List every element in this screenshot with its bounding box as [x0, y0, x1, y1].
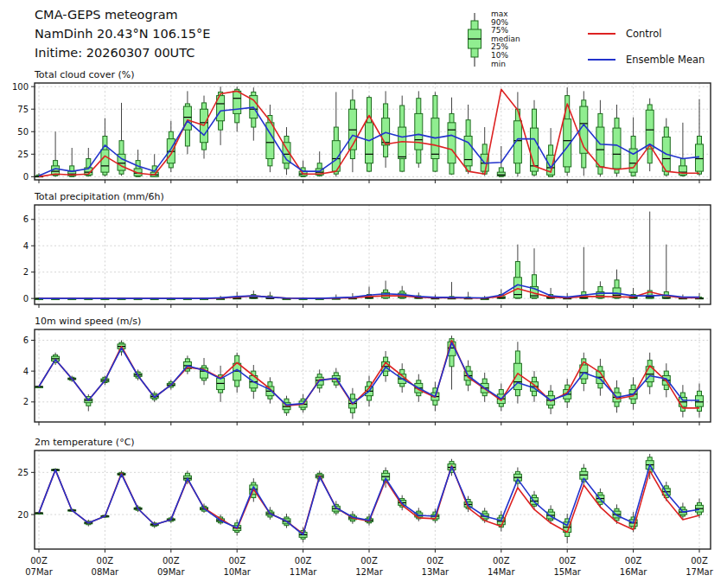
meteogram-figure: CMA-GEPS meteogram NamDinh 20.43°N 106.1… — [0, 0, 727, 588]
boxplots-total-precipitation — [35, 212, 704, 300]
panel-total-precipitation: 0246 — [23, 205, 711, 308]
svg-text:6: 6 — [23, 214, 29, 224]
svg-text:17Mar: 17Mar — [686, 567, 713, 577]
svg-text:50: 50 — [17, 127, 29, 137]
svg-text:07Mar: 07Mar — [25, 567, 53, 577]
time-axis-labels: 00Z07Mar00Z08Mar00Z09Mar00Z10Mar00Z11Mar… — [25, 556, 713, 577]
svg-text:00Z: 00Z — [360, 556, 378, 566]
svg-text:00Z: 00Z — [30, 556, 48, 566]
svg-text:20: 20 — [17, 510, 29, 520]
svg-text:00Z: 00Z — [97, 556, 114, 566]
svg-text:0: 0 — [23, 172, 29, 182]
svg-text:2: 2 — [23, 267, 29, 277]
svg-text:25: 25 — [17, 468, 29, 477]
svg-text:16Mar: 16Mar — [620, 567, 647, 577]
svg-text:00Z: 00Z — [228, 556, 246, 566]
svg-text:08Mar: 08Mar — [92, 567, 119, 577]
svg-text:2: 2 — [23, 397, 29, 406]
svg-text:13Mar: 13Mar — [422, 567, 450, 577]
svg-text:25: 25 — [17, 150, 29, 159]
svg-text:00Z: 00Z — [295, 556, 312, 566]
meteogram-canvas: 02550751000246246202500Z07Mar00Z08Mar00Z… — [0, 0, 727, 588]
svg-text:09Mar: 09Mar — [157, 567, 185, 577]
svg-text:10Mar: 10Mar — [223, 567, 251, 577]
svg-text:4: 4 — [23, 241, 29, 251]
svg-text:12Mar: 12Mar — [355, 567, 383, 577]
svg-text:6: 6 — [23, 336, 29, 345]
panel-wind-speed-10m: 246 — [23, 329, 711, 425]
svg-text:4: 4 — [23, 367, 29, 376]
svg-text:0: 0 — [23, 294, 29, 304]
svg-text:15Mar: 15Mar — [553, 567, 581, 577]
svg-text:75: 75 — [17, 105, 29, 114]
svg-text:00Z: 00Z — [691, 556, 708, 566]
svg-text:00Z: 00Z — [493, 556, 510, 566]
svg-text:00Z: 00Z — [558, 556, 576, 566]
svg-text:00Z: 00Z — [625, 556, 642, 566]
svg-text:00Z: 00Z — [163, 556, 180, 566]
svg-text:00Z: 00Z — [427, 556, 444, 566]
panel-total-cloud-cover: 0255075100 — [12, 82, 711, 183]
svg-text:14Mar: 14Mar — [488, 567, 515, 577]
svg-text:11Mar: 11Mar — [290, 567, 317, 577]
svg-text:100: 100 — [12, 82, 29, 92]
panel-temperature-2m: 2025 — [17, 451, 711, 553]
